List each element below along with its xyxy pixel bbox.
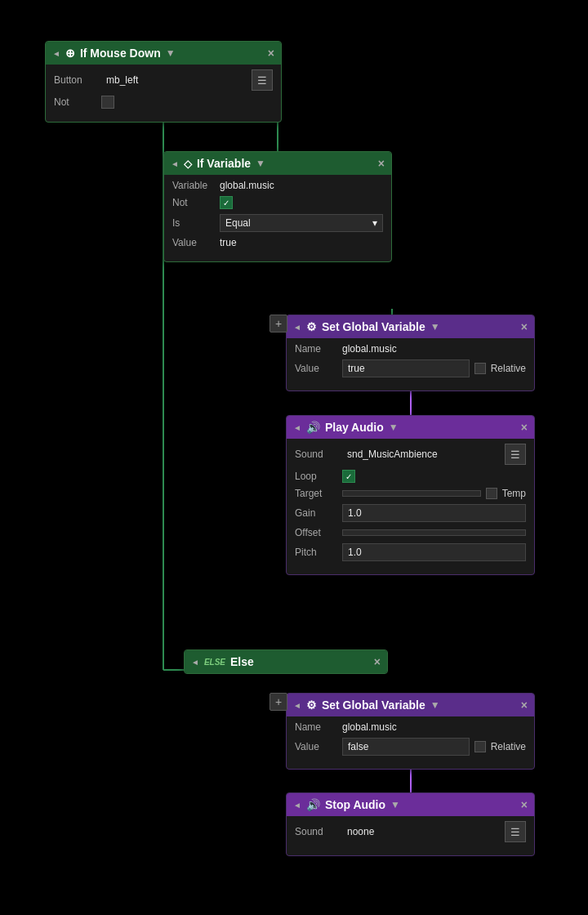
collapse-arrow[interactable]: ◄ — [171, 159, 179, 168]
set-global-variable-2-node: ◄ ⚙ Set Global Variable ▼ × Name global.… — [286, 693, 535, 770]
temp-checkbox[interactable] — [486, 488, 497, 499]
value-value: true — [220, 237, 383, 248]
dropdown-arrow-icon: ▾ — [372, 217, 377, 229]
gain-input[interactable]: 1.0 — [342, 504, 526, 522]
sound-field-row: Sound noone ☰ — [295, 821, 526, 842]
offset-input[interactable] — [342, 529, 526, 536]
plus-badge-2[interactable]: + — [270, 693, 287, 711]
speaker-icon: 🔊 — [306, 798, 320, 811]
pitch-field-row: Pitch 1.0 — [295, 543, 526, 561]
sound-label: Sound — [295, 449, 337, 460]
menu-button[interactable]: ▼ — [166, 47, 176, 59]
value-field-row: Value true — [172, 237, 383, 248]
sound-value: noone — [342, 824, 500, 840]
name-label: Name — [295, 721, 337, 733]
if-variable-body: Variable global.music Not ✓ Is Equal ▾ V… — [164, 175, 391, 261]
if-variable-node: ◄ ◇ If Variable ▼ × Variable global.musi… — [163, 151, 392, 262]
is-select[interactable]: Equal ▾ — [220, 214, 383, 232]
sound-select-icon[interactable]: ☰ — [505, 444, 526, 465]
gear-icon: ⚙ — [306, 320, 317, 333]
else-node: ◄ ELSE Else × — [184, 649, 388, 674]
offset-field-row: Offset — [295, 527, 526, 538]
cursor-icon: ⊕ — [65, 47, 75, 60]
is-select-value: Equal — [225, 217, 251, 229]
not-label: Not — [172, 197, 215, 208]
target-field-row: Target Temp — [295, 488, 526, 499]
menu-button[interactable]: ▼ — [389, 422, 399, 433]
close-button[interactable]: × — [521, 699, 528, 712]
relative-label: Relative — [491, 741, 526, 752]
speaker-icon: 🔊 — [306, 421, 320, 434]
close-button[interactable]: × — [374, 655, 381, 668]
relative-checkbox[interactable] — [474, 741, 486, 752]
collapse-arrow[interactable]: ◄ — [52, 49, 60, 58]
stop-audio-header: ◄ 🔊 Stop Audio ▼ × — [287, 793, 534, 816]
loop-checkbox[interactable]: ✓ — [342, 470, 355, 483]
play-audio-body: Sound snd_MusicAmbience ☰ Loop ✓ Target … — [287, 439, 534, 574]
set-global-2-header: ◄ ⚙ Set Global Variable ▼ × — [287, 694, 534, 716]
set-global-variable-1-node: ◄ ⚙ Set Global Variable ▼ × Name global.… — [286, 315, 535, 391]
button-field-row: Button mb_left ☰ — [54, 69, 273, 91]
collapse-arrow[interactable]: ◄ — [293, 801, 301, 810]
not-checkbox[interactable] — [101, 96, 114, 109]
menu-button[interactable]: ▼ — [256, 158, 265, 169]
value-field-row: Value false Relative — [295, 738, 526, 756]
not-label: Not — [54, 96, 96, 108]
sound-value: snd_MusicAmbience — [342, 446, 500, 462]
name-field-row: Name global.music — [295, 343, 526, 355]
is-label: Is — [172, 217, 215, 229]
pitch-label: Pitch — [295, 547, 337, 558]
value-label: Value — [295, 363, 337, 374]
name-label: Name — [295, 343, 337, 355]
stop-audio-title: Stop Audio — [325, 798, 385, 811]
is-field-row: Is Equal ▾ — [172, 214, 383, 232]
else-header: ◄ ELSE Else × — [185, 650, 387, 673]
sound-field-row: Sound snd_MusicAmbience ☰ — [295, 444, 526, 465]
variable-field-row: Variable global.music — [172, 180, 383, 191]
play-audio-header: ◄ 🔊 Play Audio ▼ × — [287, 416, 534, 439]
close-button[interactable]: × — [521, 320, 528, 333]
set-global-2-title: Set Global Variable — [322, 699, 425, 712]
if-variable-header: ◄ ◇ If Variable ▼ × — [164, 152, 391, 175]
close-button[interactable]: × — [378, 157, 385, 170]
button-select-icon[interactable]: ☰ — [252, 69, 273, 91]
loop-field-row: Loop ✓ — [295, 470, 526, 483]
close-button[interactable]: × — [521, 798, 528, 811]
button-label: Button — [54, 74, 96, 86]
if-mouse-down-body: Button mb_left ☰ Not — [46, 65, 281, 122]
not-field-row: Not — [54, 96, 273, 109]
value-field-row: Value true Relative — [295, 359, 526, 377]
not-checkbox[interactable]: ✓ — [220, 196, 233, 209]
relative-checkbox[interactable] — [474, 363, 486, 374]
not-field-row: Not ✓ — [172, 196, 383, 209]
else-badge: ELSE — [204, 658, 225, 667]
collapse-arrow[interactable]: ◄ — [191, 658, 199, 667]
name-value: global.music — [342, 721, 526, 733]
gain-label: Gain — [295, 507, 337, 519]
menu-button[interactable]: ▼ — [390, 799, 400, 810]
pitch-input[interactable]: 1.0 — [342, 543, 526, 561]
collapse-arrow[interactable]: ◄ — [293, 323, 301, 332]
collapse-arrow[interactable]: ◄ — [293, 701, 301, 710]
set-global-1-header: ◄ ⚙ Set Global Variable ▼ × — [287, 315, 534, 338]
sound-select-icon[interactable]: ☰ — [505, 821, 526, 842]
if-mouse-down-header: ◄ ⊕ If Mouse Down ▼ × — [46, 42, 281, 65]
temp-label: Temp — [502, 488, 526, 499]
close-button[interactable]: × — [268, 47, 274, 60]
set-global-1-title: Set Global Variable — [322, 320, 425, 333]
else-title: Else — [230, 655, 254, 668]
close-button[interactable]: × — [521, 421, 528, 434]
plus-badge-1[interactable]: + — [270, 315, 287, 333]
value-input[interactable]: true — [342, 359, 470, 377]
diamond-icon: ◇ — [184, 158, 192, 170]
name-field-row: Name global.music — [295, 721, 526, 733]
button-value: mb_left — [101, 72, 247, 88]
target-input[interactable] — [342, 490, 481, 497]
menu-button[interactable]: ▼ — [430, 699, 440, 711]
target-label: Target — [295, 488, 337, 499]
variable-value: global.music — [220, 180, 383, 191]
menu-button[interactable]: ▼ — [430, 321, 440, 333]
sound-label: Sound — [295, 826, 337, 837]
collapse-arrow[interactable]: ◄ — [293, 423, 301, 432]
value-input[interactable]: false — [342, 738, 470, 756]
